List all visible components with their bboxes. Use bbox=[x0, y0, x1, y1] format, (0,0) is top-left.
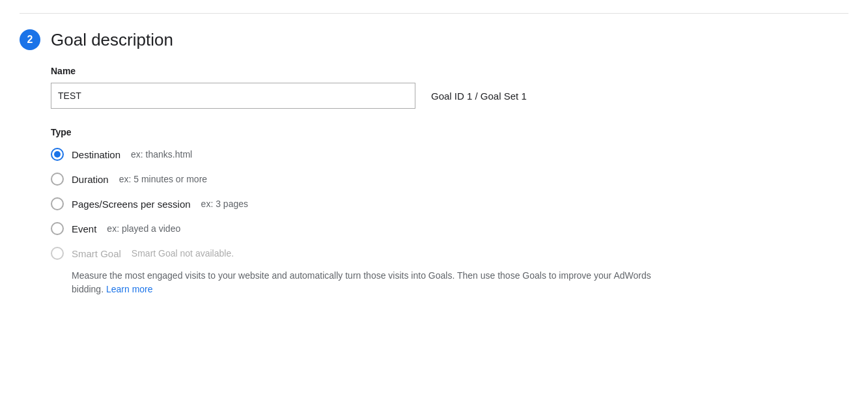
radio-circle-smart-goal bbox=[51, 247, 64, 260]
option-example-event: ex: played a video bbox=[107, 223, 180, 234]
option-example-duration: ex: 5 minutes or more bbox=[119, 174, 207, 184]
page-container: 2 Goal description Name Goal ID 1 / Goal… bbox=[0, 0, 868, 315]
radio-circle-event bbox=[51, 222, 64, 235]
goal-name-input[interactable] bbox=[51, 83, 415, 109]
radio-option-destination[interactable]: Destination ex: thanks.html bbox=[51, 148, 848, 161]
radio-option-smart-goal: Smart Goal Smart Goal not available. bbox=[51, 247, 848, 260]
radio-option-duration[interactable]: Duration ex: 5 minutes or more bbox=[51, 173, 848, 186]
section-header: 2 Goal description bbox=[20, 29, 848, 50]
option-name-pages: Pages/Screens per session bbox=[72, 199, 191, 210]
radio-option-event[interactable]: Event ex: played a video bbox=[51, 222, 848, 235]
option-name-duration: Duration bbox=[72, 174, 109, 185]
name-row: Goal ID 1 / Goal Set 1 bbox=[51, 83, 848, 109]
smart-goal-description: Measure the most engaged visits to your … bbox=[72, 269, 658, 296]
step-indicator: 2 bbox=[20, 29, 40, 50]
learn-more-link[interactable]: Learn more bbox=[106, 284, 153, 294]
type-label: Type bbox=[51, 127, 848, 137]
option-example-pages: ex: 3 pages bbox=[201, 199, 248, 209]
option-name-destination: Destination bbox=[72, 149, 120, 160]
top-divider bbox=[20, 13, 848, 14]
option-name-smart-goal: Smart Goal bbox=[72, 248, 121, 259]
radio-option-pages[interactable]: Pages/Screens per session ex: 3 pages bbox=[51, 197, 848, 210]
radio-circle-pages bbox=[51, 197, 64, 210]
radio-circle-destination bbox=[51, 148, 64, 161]
goal-id-text: Goal ID 1 / Goal Set 1 bbox=[431, 91, 527, 102]
option-name-event: Event bbox=[72, 223, 96, 234]
option-example-smart-goal: Smart Goal not available. bbox=[132, 248, 234, 259]
content-area: Name Goal ID 1 / Goal Set 1 Type Destina… bbox=[51, 66, 848, 296]
name-label: Name bbox=[51, 66, 848, 76]
section-title: Goal description bbox=[51, 30, 173, 50]
radio-circle-duration bbox=[51, 173, 64, 186]
type-section: Type Destination ex: thanks.html Duratio… bbox=[51, 127, 848, 296]
option-example-destination: ex: thanks.html bbox=[131, 149, 192, 160]
smart-goal-description-text: Measure the most engaged visits to your … bbox=[72, 270, 651, 294]
